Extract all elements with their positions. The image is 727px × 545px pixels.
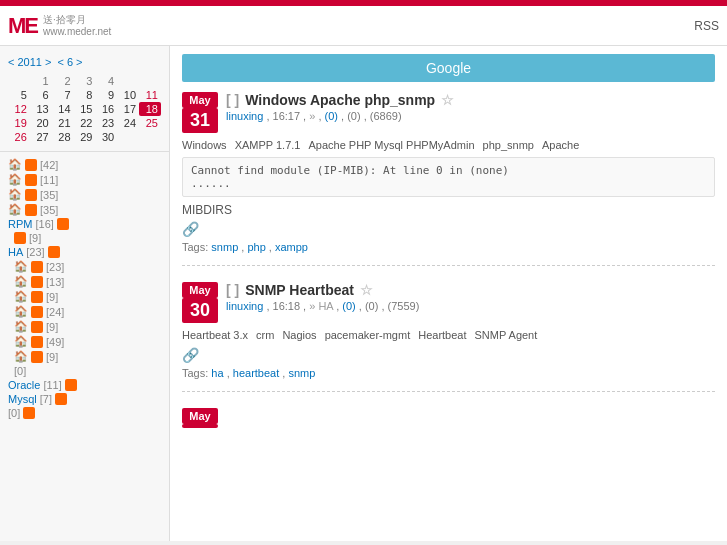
home-icon10: 🏠	[14, 335, 28, 348]
post-item-1: May 31 [ ] Windows Apache php_snmp ☆ lin…	[182, 92, 715, 266]
rss-icon[interactable]	[14, 232, 26, 244]
rss-icon[interactable]	[65, 379, 77, 391]
rss-icon[interactable]	[25, 159, 37, 171]
prev-year-btn[interactable]: < 2011 >	[8, 56, 51, 68]
sidebar-label[interactable]: Mysql	[8, 393, 37, 405]
tag-apache: Apache	[542, 139, 579, 151]
home-icon11: 🏠	[14, 350, 28, 363]
home-icon: 🏠	[8, 158, 22, 171]
post-star-1[interactable]: ☆	[441, 92, 454, 108]
date-block-2: May 30	[182, 282, 218, 323]
post-title-area-1: [ ] Windows Apache php_snmp ☆ linuxing ,…	[226, 92, 715, 122]
post-star-2[interactable]: ☆	[360, 282, 373, 298]
home-icon6: 🏠	[14, 275, 28, 288]
content-area: Google May 31 [ ] Windows Apache php_snm…	[170, 46, 727, 541]
date-block-3: May	[182, 408, 218, 428]
rss-nav-link[interactable]: RSS	[694, 19, 719, 33]
post-footer-tags-2: Tags: ha , heartbeat , snmp	[182, 367, 715, 379]
rss-icon[interactable]	[25, 204, 37, 216]
rss-icon[interactable]	[23, 407, 35, 419]
main-layout: < 2011 > < 6 > 1234 567891011 1213141516…	[0, 46, 727, 541]
sidebar-divider-1	[0, 151, 169, 152]
tag-heartbeat: Heartbeat	[418, 329, 466, 341]
rss-icon[interactable]	[31, 336, 43, 348]
rss-icon[interactable]	[31, 351, 43, 363]
tag-xampp: XAMPP 1.7.1	[235, 139, 301, 151]
list-item: [0]	[8, 406, 161, 420]
sidebar-section-main: 🏠 [42] 🏠 [11] 🏠 [35] 🏠 [35] RPM	[0, 155, 169, 422]
calendar-table: 1234 567891011 12131415161718 1920212223…	[8, 74, 161, 144]
list-item: 🏠 [11]	[8, 172, 161, 187]
home-icon8: 🏠	[14, 305, 28, 318]
post-tags-row-1: Windows XAMPP 1.7.1 Apache PHP Mysql PHP…	[182, 139, 715, 151]
tag-apache-php: Apache PHP Mysql PHPMyAdmin	[308, 139, 474, 151]
post-cat-2[interactable]: (0)	[342, 300, 355, 312]
list-item: 🏠 [23]	[8, 259, 161, 274]
rss-icon[interactable]	[31, 261, 43, 273]
rss-icon[interactable]	[48, 246, 60, 258]
sidebar-label[interactable]: Oracle	[8, 379, 40, 391]
google-bar: Google	[182, 54, 715, 82]
list-item: 🏠 [24]	[8, 304, 161, 319]
tag-pacemaker: pacemaker-mgmt	[325, 329, 411, 341]
post-month-3: May	[182, 408, 218, 424]
home-icon5: 🏠	[14, 260, 28, 273]
calendar: < 2011 > < 6 > 1234 567891011 1213141516…	[0, 50, 169, 148]
tag-phpsnmp: php_snmp	[483, 139, 534, 151]
tag-windows: Windows	[182, 139, 227, 151]
post-author-1[interactable]: linuxing	[226, 110, 263, 122]
list-item: 🏠 [42]	[8, 157, 161, 172]
prev-month-btn[interactable]: < 6 >	[57, 56, 82, 68]
home-icon7: 🏠	[14, 290, 28, 303]
rss-icon[interactable]	[25, 189, 37, 201]
footer-tag-snmp2[interactable]: snmp	[288, 367, 315, 379]
list-item: [9]	[8, 231, 161, 245]
post-title-link-2[interactable]: SNMP Heartbeat	[245, 282, 354, 298]
post-tags-row-2: Heartbeat 3.x crm Nagios pacemaker-mgmt …	[182, 329, 715, 341]
rss-icon[interactable]	[25, 174, 37, 186]
footer-tag-heartbeat[interactable]: heartbeat	[233, 367, 279, 379]
sidebar-label[interactable]: HA	[8, 246, 23, 258]
post-footer-tags-1: Tags: snmp , php , xampp	[182, 241, 715, 253]
list-item: 🏠 [35]	[8, 202, 161, 217]
post-link-icon-2[interactable]: 🔗	[182, 347, 715, 363]
tag-snmp-agent: SNMP Agent	[475, 329, 538, 341]
list-item: 🏠 [9]	[8, 319, 161, 334]
tag-crm: crm	[256, 329, 274, 341]
post-meta-1: linuxing , 16:17 , » , (0) , (0) , (6869…	[226, 110, 715, 122]
home-icon4: 🏠	[8, 203, 22, 216]
rss-icon[interactable]	[57, 218, 69, 230]
post-link-icon-1[interactable]: 🔗	[182, 221, 715, 237]
rss-icon[interactable]	[31, 276, 43, 288]
footer-tag-xampp[interactable]: xampp	[275, 241, 308, 253]
post-mibdirs: MIBDIRS	[182, 203, 715, 217]
post-title-2: [ ] SNMP Heartbeat ☆	[226, 282, 715, 298]
post-month-1: May	[182, 92, 218, 108]
tag-heartbeat3x: Heartbeat 3.x	[182, 329, 248, 341]
post-author-2[interactable]: linuxing	[226, 300, 263, 312]
footer-tag-snmp[interactable]: snmp	[211, 241, 238, 253]
footer-tag-ha[interactable]: ha	[211, 367, 223, 379]
post-month-2: May	[182, 282, 218, 298]
post-meta-2: linuxing , 16:18 , » HA , (0) , (0) , (7…	[226, 300, 715, 312]
ha-section-item: HA [23]	[8, 245, 161, 259]
rss-icon[interactable]	[31, 291, 43, 303]
home-icon3: 🏠	[8, 188, 22, 201]
post-item-2: May 30 [ ] SNMP Heartbeat ☆ linuxing , 1…	[182, 282, 715, 392]
rss-icon[interactable]	[55, 393, 67, 405]
post-title-1: [ ] Windows Apache php_snmp ☆	[226, 92, 715, 108]
post-title-link-1[interactable]: Windows Apache php_snmp	[245, 92, 435, 108]
rss-icon[interactable]	[31, 306, 43, 318]
list-item: 🏠 [9]	[8, 349, 161, 364]
post-brackets-2: [ ]	[226, 282, 239, 298]
post-cat-1[interactable]: (0)	[325, 110, 338, 122]
list-item: 🏠 [13]	[8, 274, 161, 289]
post-day-2: 30	[182, 298, 218, 323]
list-item: 🏠 [49]	[8, 334, 161, 349]
home-icon2: 🏠	[8, 173, 22, 186]
oracle-section-item: Oracle [11]	[8, 378, 161, 392]
date-block-1: May 31	[182, 92, 218, 133]
rss-icon[interactable]	[31, 321, 43, 333]
footer-tag-php[interactable]: php	[247, 241, 265, 253]
sidebar-label[interactable]: RPM	[8, 218, 32, 230]
